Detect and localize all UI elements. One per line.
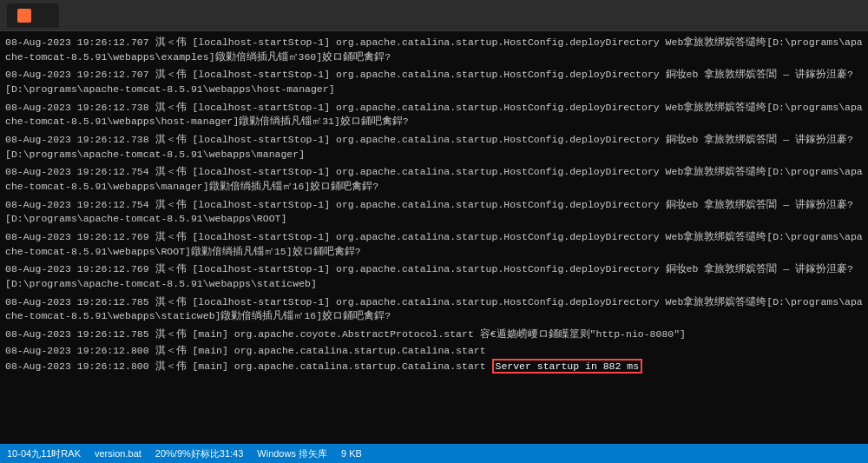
log-line: 08-Aug-2023 19:26:12.738 淇＜伟 [localhost-…: [5, 100, 863, 130]
terminal-body[interactable]: 08-Aug-2023 19:26:12.707 淇＜伟 [localhost-…: [0, 31, 868, 444]
tab-icon: [17, 9, 31, 23]
startup-highlight: Server startup in 882 ms: [492, 359, 643, 374]
status-item-1: version.bat: [95, 448, 141, 459]
log-line: 08-Aug-2023 19:26:12.707 淇＜伟 [localhost-…: [5, 35, 863, 65]
log-line: 08-Aug-2023 19:26:12.738 淇＜伟 [localhost-…: [5, 132, 863, 162]
log-line: 08-Aug-2023 19:26:12.800 淇＜伟 [main] org.…: [5, 343, 863, 360]
tab-tomcat[interactable]: [7, 3, 59, 28]
status-item-2: 20%/9%好标比31:43: [155, 447, 244, 460]
title-bar: [0, 0, 868, 31]
maximize-button[interactable]: [779, 3, 819, 28]
log-line: 08-Aug-2023 19:26:12.707 淇＜伟 [localhost-…: [5, 67, 863, 97]
status-bar: 10-04九11时RAKversion.bat20%/9%好标比31:43Win…: [0, 444, 868, 463]
status-items: 10-04九11时RAKversion.bat20%/9%好标比31:43Win…: [7, 447, 861, 460]
log-line: 08-Aug-2023 19:26:12.785 淇＜伟 [localhost-…: [5, 294, 863, 325]
title-bar-controls: [738, 3, 861, 28]
window: 08-Aug-2023 19:26:12.707 淇＜伟 [localhost-…: [0, 0, 868, 463]
log-line: 08-Aug-2023 19:26:12.785 淇＜伟 [main] org.…: [5, 327, 863, 343]
log-line: 08-Aug-2023 19:26:12.769 淇＜伟 [localhost-…: [5, 261, 863, 292]
log-line: 08-Aug-2023 19:26:12.769 淇＜伟 [localhost-…: [5, 229, 863, 260]
title-bar-left: [7, 3, 738, 28]
log-line: 08-Aug-2023 19:26:12.754 淇＜伟 [localhost-…: [5, 164, 863, 195]
status-item-0: 10-04九11时RAK: [7, 447, 81, 460]
status-item-3: Windows 排矢库: [257, 447, 327, 460]
close-button[interactable]: [821, 3, 861, 28]
log-line: 08-Aug-2023 19:26:12.754 淇＜伟 [localhost-…: [5, 197, 863, 228]
log-line-highlighted: 08-Aug-2023 19:26:12.800 淇＜伟 [main] org.…: [5, 359, 863, 375]
status-item-4: 9 KB: [341, 448, 362, 459]
minimize-button[interactable]: [738, 3, 778, 28]
